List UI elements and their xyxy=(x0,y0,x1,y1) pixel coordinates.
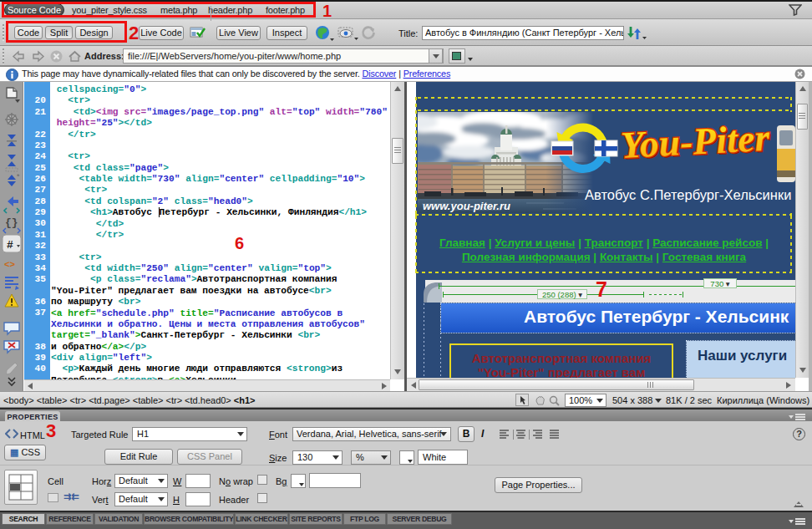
svg-text:*: * xyxy=(17,172,20,181)
svg-text:Автобус С.Петербург-Хельсинки: Автобус С.Петербург-Хельсинки xyxy=(585,187,791,202)
svg-text:{}: {} xyxy=(5,216,18,229)
svg-text:www.you-piter.ru: www.you-piter.ru xyxy=(423,200,510,212)
svg-text:You-Piter: You-Piter xyxy=(620,117,771,166)
svg-text:#: # xyxy=(7,239,13,252)
svg-text:<>: <> xyxy=(4,260,16,270)
